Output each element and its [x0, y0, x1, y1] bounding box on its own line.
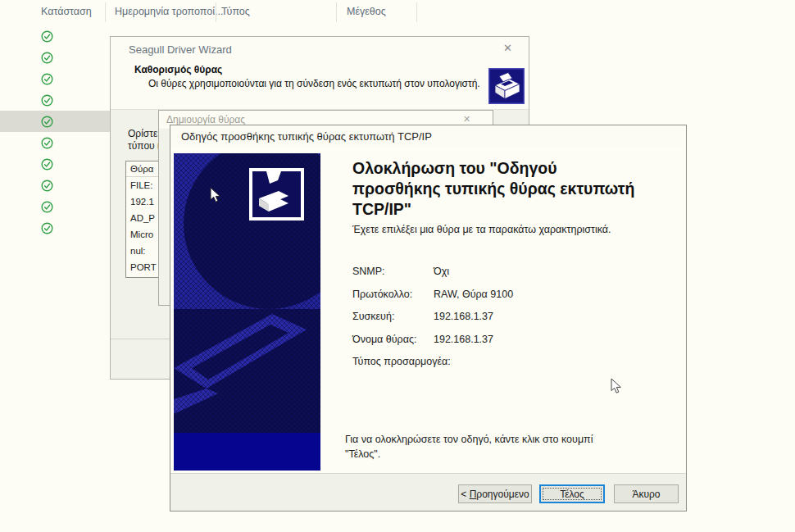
- back-button[interactable]: < Προηγούμενο: [458, 484, 532, 503]
- instruction-text: Ορίστε: [128, 128, 157, 139]
- property-label: SNMP:: [352, 266, 385, 277]
- tcpip-port-wizard-dialog: Οδηγός προσθήκης τυπικής θύρας εκτυπωτή …: [170, 125, 687, 512]
- page-heading: Καθορισμός θύρας: [134, 64, 222, 75]
- window-title: Seagull Driver Wizard: [129, 43, 232, 56]
- selected-row-highlight: [0, 111, 110, 132]
- property-value: 192.168.1.37: [434, 334, 493, 345]
- window-title: Οδηγός προσθήκης τυπικής θύρας εκτυπωτή …: [181, 130, 432, 143]
- seagull-wizard-header: Seagull Driver Wizard ✕ Καθορισμός θύρας…: [111, 37, 529, 110]
- green-check-circle-icon: [41, 94, 53, 107]
- add-printer-wizard-icon: [249, 168, 304, 221]
- window-title: Δημιουργία θύρας: [166, 114, 245, 125]
- green-check-circle-icon: [41, 73, 53, 85]
- green-check-circle-icon: [41, 137, 53, 149]
- column-header[interactable]: Μέγεθος: [347, 6, 386, 17]
- wizard-watermark-graphic: [174, 153, 320, 471]
- finish-instruction-text: Για να ολοκληρώσετε τον οδηγό, κάντε κλι…: [345, 432, 593, 462]
- column-header[interactable]: Τύπος: [221, 6, 250, 17]
- property-label: Όνομα θύρας:: [352, 334, 416, 345]
- printer-icon: [488, 68, 525, 104]
- green-check-circle-icon: [41, 222, 53, 234]
- tcpip-wizard-titlebar: Οδηγός προσθήκης τυπικής θύρας εκτυπωτή …: [170, 125, 686, 148]
- green-check-circle-icon: [41, 180, 53, 192]
- green-check-circle-icon: [41, 52, 53, 64]
- column-header[interactable]: Ημερομηνία τροποποί...: [115, 6, 223, 17]
- green-check-circle-icon: [41, 201, 53, 213]
- finish-button[interactable]: Τέλος: [539, 484, 605, 503]
- property-label: Τύπος προσαρμογέα:: [352, 356, 451, 367]
- intro-text: Έχετε επιλέξει μια θύρα με τα παρακάτω χ…: [352, 224, 611, 235]
- column-divider: [105, 2, 106, 22]
- green-check-circle-icon: [41, 30, 53, 43]
- property-value: RAW, Θύρα 9100: [434, 289, 513, 300]
- column-divider: [416, 2, 417, 22]
- cancel-button[interactable]: Άκυρο: [614, 484, 679, 503]
- green-check-circle-icon: [41, 116, 53, 128]
- desktop-screenshot: ΚατάστασηΗμερομηνία τροποποί...ΤύποςΜέγε…: [0, 0, 795, 532]
- close-icon[interactable]: ✕: [503, 42, 512, 54]
- column-divider: [216, 2, 216, 22]
- column-divider: [336, 2, 337, 22]
- column-header[interactable]: Κατάσταση: [41, 6, 92, 17]
- property-value: Όχι: [434, 266, 449, 277]
- property-value: 192.168.1.37: [434, 311, 493, 322]
- instruction-text: τύπου ι: [128, 140, 160, 152]
- property-label: Πρωτόκολλο:: [352, 289, 412, 300]
- page-subheading: Οι θύρες χρησιμοποιούνται για τη σύνδεση…: [148, 78, 480, 89]
- tcpip-wizard-footer: [170, 474, 686, 511]
- property-label: Συσκευή:: [352, 311, 394, 322]
- green-check-circle-icon: [41, 158, 53, 171]
- close-icon[interactable]: ✕: [463, 114, 470, 125]
- completion-heading: Ολοκλήρωση του "Οδηγού προσθήκης τυπικής…: [352, 158, 682, 216]
